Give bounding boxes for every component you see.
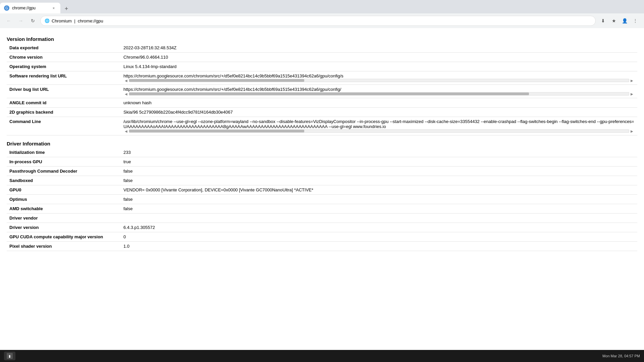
table-row: Passthrough Command Decoder false xyxy=(7,167,637,176)
row-value: Chrome/96.0.4664.110 xyxy=(121,53,637,62)
version-info-table: Data exported 2022-03-28T16:32:48.534Z C… xyxy=(7,43,637,135)
row-label: AMD switchable xyxy=(7,204,121,214)
table-row: Driver bug list URL https://chromium.goo… xyxy=(7,85,637,98)
scroll-left-arrow[interactable]: ◀ xyxy=(123,92,129,96)
row-label: Chrome version xyxy=(7,53,121,62)
row-value-scrollable: https://chromium.googlesource.com/chromi… xyxy=(121,71,637,85)
toolbar: ← → ↻ 🌐 ⬇ ★ 👤 ⋮ xyxy=(0,13,644,28)
software-rendering-url-cell[interactable]: https://chromium.googlesource.com/chromi… xyxy=(123,73,479,78)
table-row: Command Line /usr/lib/chromium/chrome --… xyxy=(7,117,637,135)
row-value: 2022-03-28T16:32:48.534Z xyxy=(121,43,637,53)
row-value: false xyxy=(121,195,637,204)
row-label: GPU0 xyxy=(7,185,121,195)
driver-section-title: Driver Information xyxy=(7,141,637,146)
hscroll-track[interactable] xyxy=(129,92,629,96)
address-bar-input[interactable] xyxy=(52,18,591,23)
address-bar-container[interactable]: 🌐 xyxy=(40,16,596,26)
row-value: false xyxy=(121,167,637,176)
driver-bug-url-cell[interactable]: https://chromium.googlesource.com/chromi… xyxy=(123,87,479,92)
terminal-icon: ▮ xyxy=(7,353,13,359)
table-row: GPU CUDA compute capability major versio… xyxy=(7,232,637,242)
row-label: GPU CUDA compute capability major versio… xyxy=(7,232,121,242)
hscroll-thumb xyxy=(129,130,304,132)
scroll-right-arrow[interactable]: ▶ xyxy=(629,92,635,96)
taskbar-left: ▮ xyxy=(4,352,15,360)
tab-close-button[interactable]: × xyxy=(51,5,56,11)
table-row: Software rendering list URL https://chro… xyxy=(7,71,637,85)
row-label: Operating system xyxy=(7,62,121,71)
taskbar-terminal-app[interactable]: ▮ xyxy=(4,352,15,360)
scroll-right-arrow[interactable]: ▶ xyxy=(629,79,635,82)
row-label: Driver vendor xyxy=(7,214,121,223)
software-rendering-url-text: https://chromium.googlesource.com/chromi… xyxy=(123,73,343,78)
row-value: 1.0 xyxy=(121,242,637,251)
row-label: Optimus xyxy=(7,195,121,204)
row-value: false xyxy=(121,204,637,214)
row-value: 0 xyxy=(121,232,637,242)
page-content: Version Information Data exported 2022-0… xyxy=(0,28,644,350)
row-value: VENDOR= 0x0000 [Vivante Corporation], DE… xyxy=(121,185,637,195)
hscroll-track[interactable] xyxy=(129,79,629,82)
new-tab-button[interactable]: + xyxy=(62,4,71,13)
hscroll-track[interactable] xyxy=(129,129,629,133)
table-row: Operating system Linux 5.4.134-lmp-stand… xyxy=(7,62,637,71)
table-row: Chrome version Chrome/96.0.4664.110 xyxy=(7,53,637,62)
driver-info-table: Initialization time 233 In-process GPU t… xyxy=(7,148,637,251)
bookmark-button[interactable]: ★ xyxy=(609,16,619,25)
profile-button[interactable]: 👤 xyxy=(620,16,629,25)
row-value: true xyxy=(121,157,637,167)
row-label: Software rendering list URL xyxy=(7,71,121,85)
table-row: ANGLE commit id unknown hash xyxy=(7,98,637,108)
tab-favicon: G xyxy=(4,5,9,11)
table-row: AMD switchable false xyxy=(7,204,637,214)
lock-icon: 🌐 xyxy=(45,18,50,23)
command-line-cell: /usr/lib/chromium/chrome --use-gl=egl --… xyxy=(123,119,635,129)
scroll-left-arrow[interactable]: ◀ xyxy=(123,129,129,133)
row-label: Passthrough Command Decoder xyxy=(7,167,121,176)
row-label: Initialization time xyxy=(7,148,121,157)
scroll-left-arrow[interactable]: ◀ xyxy=(123,79,129,82)
command-line-label: Command Line xyxy=(7,117,121,135)
row-value: Linux 5.4.134-lmp-standard xyxy=(121,62,637,71)
table-row: 2D graphics backend Skia/96 5c2790986b22… xyxy=(7,108,637,117)
table-row: Driver vendor xyxy=(7,214,637,223)
toolbar-actions: ⬇ ★ 👤 ⋮ xyxy=(598,16,640,25)
hscroll-row: ◀ ▶ xyxy=(123,92,635,96)
tab-title: chrome://gpu xyxy=(12,6,48,10)
table-row: Data exported 2022-03-28T16:32:48.534Z xyxy=(7,43,637,53)
row-label: Driver bug list URL xyxy=(7,85,121,98)
table-row: GPU0 VENDOR= 0x0000 [Vivante Corporation… xyxy=(7,185,637,195)
scroll-right-arrow[interactable]: ▶ xyxy=(629,129,635,133)
row-label: ANGLE commit id xyxy=(7,98,121,108)
driver-bug-url-text: https://chromium.googlesource.com/chromi… xyxy=(123,87,341,92)
taskbar: ▮ Mon Mar 28, 04:57 PM xyxy=(0,350,644,362)
row-value: false xyxy=(121,176,637,185)
table-row: Pixel shader version 1.0 xyxy=(7,242,637,251)
download-icon[interactable]: ⬇ xyxy=(598,16,608,25)
row-value: unknown hash xyxy=(121,98,637,108)
table-row: Optimus false xyxy=(7,195,637,204)
row-label: Pixel shader version xyxy=(7,242,121,251)
row-value xyxy=(121,214,637,223)
row-value: 233 xyxy=(121,148,637,157)
menu-button[interactable]: ⋮ xyxy=(631,16,640,25)
table-row: Driver version 6.4.3.p1.305572 xyxy=(7,223,637,232)
table-row: In-process GPU true xyxy=(7,157,637,167)
hscroll-thumb xyxy=(129,79,304,82)
version-section-title: Version Information xyxy=(7,36,637,42)
forward-button[interactable]: → xyxy=(16,16,25,25)
active-tab[interactable]: G chrome://gpu × xyxy=(0,3,60,13)
row-label: Data exported xyxy=(7,43,121,53)
row-value-scrollable: https://chromium.googlesource.com/chromi… xyxy=(121,85,637,98)
back-button[interactable]: ← xyxy=(4,16,13,25)
row-label: 2D graphics backend xyxy=(7,108,121,117)
hscroll-row: ◀ ▶ xyxy=(123,78,635,82)
row-value: 6.4.3.p1.305572 xyxy=(121,223,637,232)
tab-bar: G chrome://gpu × + xyxy=(0,0,644,13)
reload-button[interactable]: ↻ xyxy=(28,16,38,25)
taskbar-datetime: Mon Mar 28, 04:57 PM xyxy=(602,354,640,358)
command-line-hscroll-row: ◀ ▶ xyxy=(123,129,635,133)
hscroll-thumb xyxy=(129,93,529,95)
row-label: Driver version xyxy=(7,223,121,232)
command-line-value: /usr/lib/chromium/chrome --use-gl=egl --… xyxy=(121,117,637,135)
